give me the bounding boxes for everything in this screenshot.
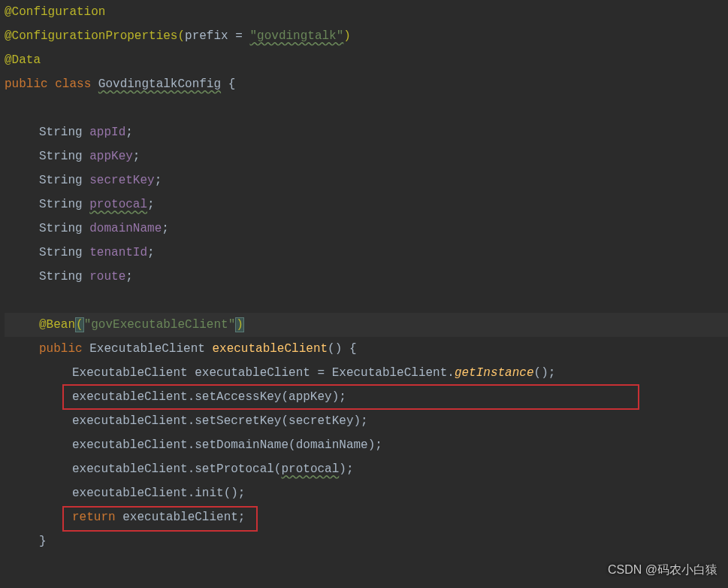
code-line: String domainName; bbox=[5, 217, 728, 241]
field-domainName: domainName bbox=[89, 222, 162, 235]
code-line: executableClient.setProtocal(protocal); bbox=[5, 457, 728, 481]
keyword-class: class bbox=[55, 77, 91, 91]
code-line: public ExecutableClient executableClient… bbox=[5, 337, 728, 361]
method-init: init bbox=[195, 486, 223, 500]
method-setDomainName: setDomainName bbox=[195, 438, 288, 452]
keyword-public: public bbox=[39, 342, 83, 356]
code-line: public class GovdingtalkConfig { bbox=[5, 72, 728, 96]
prefix-key: prefix bbox=[185, 29, 228, 43]
arg-protocal: protocal bbox=[281, 462, 339, 476]
blank-line bbox=[5, 96, 728, 120]
code-line: String protocal; bbox=[5, 192, 728, 217]
code-line: String appKey; bbox=[5, 144, 728, 168]
code-line: ExecutableClient executableClient = Exec… bbox=[5, 361, 728, 385]
method-setProtocal: setProtocal bbox=[195, 462, 274, 476]
prefix-value: "govdingtalk" bbox=[249, 29, 343, 43]
blank-line bbox=[5, 289, 728, 313]
annotation-data: @Data bbox=[5, 53, 41, 67]
keyword-public: public bbox=[5, 77, 48, 91]
code-line: @Bean("govExecutableClient") bbox=[5, 313, 728, 337]
method-name: executableClient bbox=[212, 342, 328, 356]
class-name: GovdingtalkConfig bbox=[98, 77, 221, 91]
watermark: CSDN @码农小白猿 bbox=[608, 558, 717, 582]
method-getInstance: getInstance bbox=[455, 366, 534, 380]
code-line: String tenantId; bbox=[5, 241, 728, 265]
annotation-configuration: @Configuration bbox=[5, 5, 105, 19]
code-line: String secretKey; bbox=[5, 168, 728, 192]
highlight-box-1 bbox=[62, 384, 639, 410]
return-type: ExecutableClient bbox=[89, 342, 205, 356]
code-line: } bbox=[5, 529, 728, 553]
highlight-box-2 bbox=[62, 506, 258, 532]
code-line: executableClient.init(); bbox=[5, 481, 728, 505]
code-line: executableClient.setDomainName(domainNam… bbox=[5, 433, 728, 457]
code-editor[interactable]: @Configuration @ConfigurationProperties(… bbox=[0, 0, 728, 553]
arg-domainName: domainName bbox=[296, 438, 368, 452]
code-line: executableClient.setSecretKey(secretKey)… bbox=[5, 409, 728, 433]
bean-name: "govExecutableClient" bbox=[84, 318, 236, 332]
code-line: @Data bbox=[5, 48, 728, 72]
code-line: @ConfigurationProperties(prefix = "govdi… bbox=[5, 24, 728, 48]
code-line: @Configuration bbox=[5, 0, 728, 24]
code-line: String appId; bbox=[5, 120, 728, 144]
field-tenantId: tenantId bbox=[89, 246, 147, 259]
annotation-bean: @Bean bbox=[39, 318, 75, 332]
local-var: executableClient bbox=[195, 366, 310, 380]
field-protocal: protocal bbox=[89, 198, 147, 211]
field-appId: appId bbox=[89, 126, 125, 139]
field-secretKey: secretKey bbox=[89, 174, 154, 187]
field-appKey: appKey bbox=[89, 150, 133, 163]
method-setSecretKey: setSecretKey bbox=[195, 414, 281, 428]
annotation-configuration-properties: @ConfigurationProperties bbox=[5, 29, 177, 43]
arg-secretKey: secretKey bbox=[288, 414, 353, 428]
code-line: String route; bbox=[5, 265, 728, 289]
field-route: route bbox=[89, 270, 125, 283]
